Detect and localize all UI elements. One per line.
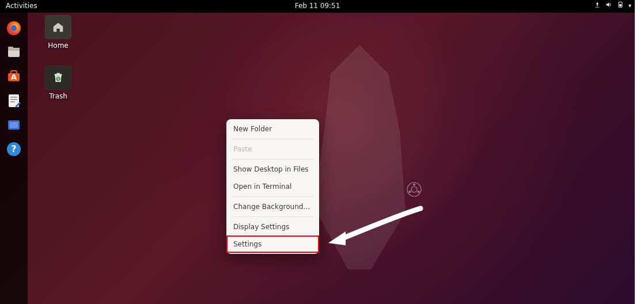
clock[interactable]: Feb 11 09:51 xyxy=(295,2,340,10)
menu-display-settings[interactable]: Display Settings xyxy=(226,218,319,235)
volume-icon[interactable] xyxy=(605,1,612,10)
chevron-down-icon[interactable]: ▾ xyxy=(628,2,631,9)
desktop-icon-label[interactable]: Home xyxy=(33,41,83,50)
page-right-margin xyxy=(635,0,644,304)
desktop-icon-trash[interactable]: Trash xyxy=(33,66,83,100)
desktop-icon-home[interactable]: Home xyxy=(33,15,83,50)
dock: A ? xyxy=(0,13,28,304)
network-icon[interactable] xyxy=(594,1,601,10)
menu-new-folder[interactable]: New Folder xyxy=(226,120,319,138)
svg-point-10 xyxy=(11,25,17,31)
ubuntu-logo xyxy=(407,182,422,199)
desktop-icons: Home Trash xyxy=(33,15,83,116)
svg-marker-1 xyxy=(325,143,388,200)
svg-rect-13 xyxy=(8,47,13,49)
trash-icon[interactable] xyxy=(45,66,71,90)
desktop-context-menu: New Folder Paste Show Desktop in Files O… xyxy=(226,119,319,254)
svg-marker-0 xyxy=(313,45,406,269)
menu-separator xyxy=(232,139,313,139)
menu-change-background[interactable]: Change Background… xyxy=(226,198,319,215)
svg-point-4 xyxy=(409,191,411,193)
menu-separator xyxy=(232,196,313,197)
svg-marker-26 xyxy=(328,231,346,245)
dock-software[interactable]: A xyxy=(4,67,24,86)
home-folder-icon[interactable] xyxy=(45,15,71,39)
activities-button[interactable]: Activities xyxy=(6,2,37,10)
menu-paste: Paste xyxy=(226,140,319,158)
svg-text:?: ? xyxy=(11,143,16,154)
menu-separator xyxy=(232,216,313,217)
power-icon[interactable] xyxy=(617,1,624,10)
svg-rect-21 xyxy=(10,122,18,128)
system-tray[interactable]: ▾ xyxy=(594,1,631,10)
dock-text-editor[interactable] xyxy=(4,91,24,111)
menu-separator xyxy=(232,159,313,159)
dock-files[interactable] xyxy=(4,43,24,62)
svg-point-5 xyxy=(418,191,420,193)
dock-help[interactable]: ? xyxy=(4,139,24,159)
svg-text:A: A xyxy=(11,73,17,81)
svg-rect-8 xyxy=(619,4,622,6)
annotation-arrow xyxy=(328,205,424,245)
screen: Activities Feb 11 09:51 ▾ A xyxy=(0,0,635,304)
svg-point-6 xyxy=(411,187,417,192)
menu-settings[interactable]: Settings xyxy=(226,235,319,253)
top-bar: Activities Feb 11 09:51 ▾ xyxy=(0,0,635,13)
dock-firefox[interactable] xyxy=(4,18,24,38)
svg-rect-17 xyxy=(10,97,17,98)
dock-screenshot[interactable] xyxy=(4,115,24,135)
desktop-icon-label[interactable]: Trash xyxy=(33,92,83,100)
svg-rect-19 xyxy=(10,101,15,102)
svg-point-3 xyxy=(413,184,415,186)
svg-rect-18 xyxy=(10,99,17,100)
svg-rect-24 xyxy=(55,74,62,76)
menu-show-desktop-in-files[interactable]: Show Desktop in Files xyxy=(226,161,319,178)
menu-open-in-terminal[interactable]: Open in Terminal xyxy=(226,178,319,195)
